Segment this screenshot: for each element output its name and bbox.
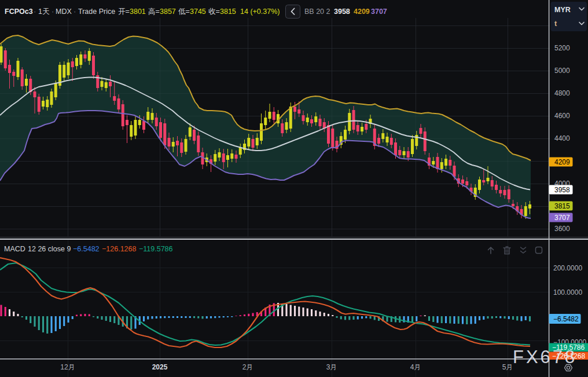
- svg-text:2025: 2025: [152, 363, 168, 371]
- svg-text:5月: 5月: [502, 363, 513, 371]
- svg-text:12 26 close 9: 12 26 close 9: [28, 245, 71, 253]
- svg-text:3815: 3815: [220, 8, 236, 16]
- svg-text:4400: 4400: [554, 134, 570, 142]
- svg-text:5000: 5000: [554, 67, 570, 75]
- svg-text:BB 20 2: BB 20 2: [304, 8, 330, 16]
- svg-text:3745: 3745: [190, 8, 206, 16]
- svg-text:1天: 1天: [38, 8, 50, 16]
- svg-text:FCPOc3: FCPOc3: [5, 8, 33, 16]
- svg-text:3600: 3600: [554, 225, 570, 233]
- svg-text:3707: 3707: [371, 8, 387, 16]
- svg-text:5200: 5200: [554, 44, 570, 52]
- svg-text:−6.5482: −6.5482: [553, 315, 579, 323]
- svg-text:低=: 低=: [178, 8, 190, 16]
- svg-text:−119.5786: −119.5786: [139, 245, 173, 253]
- svg-text:3801: 3801: [130, 8, 146, 16]
- svg-text:开=: 开=: [118, 8, 130, 16]
- svg-text:MACD: MACD: [4, 245, 25, 253]
- svg-text:−126.1268: −126.1268: [102, 245, 136, 253]
- svg-text:2月: 2月: [242, 363, 253, 371]
- svg-text:·: ·: [74, 7, 76, 16]
- svg-text:4209: 4209: [554, 158, 570, 166]
- svg-text:200.0000: 200.0000: [553, 264, 582, 272]
- svg-text:3815: 3815: [554, 202, 570, 210]
- svg-text:MDX: MDX: [56, 8, 72, 16]
- svg-text:3958: 3958: [554, 186, 570, 194]
- svg-text:3857: 3857: [160, 8, 176, 16]
- svg-text:12月: 12月: [60, 363, 75, 371]
- svg-text:4209: 4209: [354, 8, 370, 16]
- svg-text:Trade Price: Trade Price: [78, 8, 115, 16]
- svg-text:MYR: MYR: [554, 6, 571, 14]
- svg-text:3月: 3月: [326, 363, 337, 371]
- svg-text:4600: 4600: [554, 112, 570, 120]
- svg-text:·: ·: [34, 7, 36, 16]
- svg-text:FX678: FX678: [513, 347, 577, 367]
- svg-text:14 (+0.37%): 14 (+0.37%): [240, 8, 280, 16]
- svg-text:·: ·: [52, 7, 54, 16]
- svg-text:3707: 3707: [554, 214, 570, 222]
- svg-text:3958: 3958: [334, 8, 350, 16]
- svg-text:收=: 收=: [208, 8, 220, 16]
- svg-text:100.0000: 100.0000: [553, 288, 582, 297]
- svg-text:高=: 高=: [148, 8, 160, 16]
- svg-text:4800: 4800: [554, 89, 570, 97]
- svg-text:4月: 4月: [410, 363, 421, 371]
- svg-text:−6.5482: −6.5482: [73, 245, 100, 253]
